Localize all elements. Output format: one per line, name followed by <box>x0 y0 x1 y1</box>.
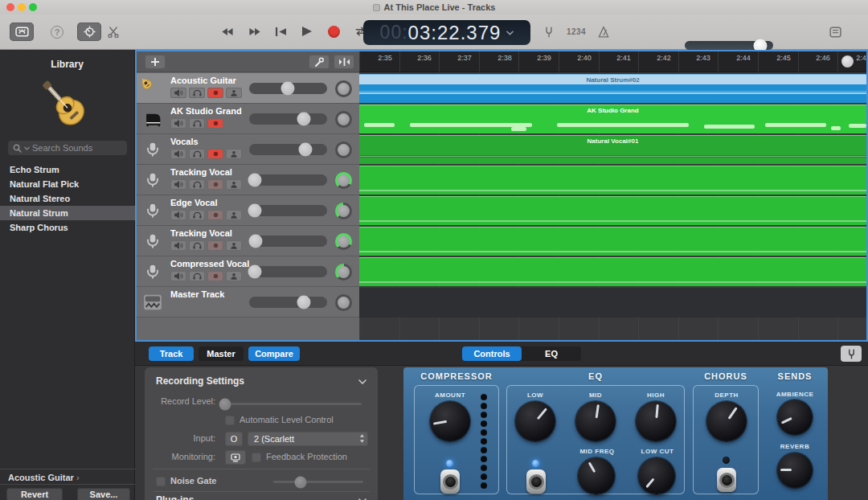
input-monitoring-button[interactable] <box>226 88 242 98</box>
search-sounds-field[interactable] <box>8 141 127 155</box>
plugins-header[interactable]: Plug-ins <box>145 494 378 500</box>
master-volume-slider[interactable] <box>685 41 773 50</box>
record-enable-button[interactable] <box>207 88 223 98</box>
monitoring-button[interactable] <box>225 450 246 465</box>
region-tracking-vocal-1[interactable] <box>359 166 866 195</box>
region-natural-strum[interactable]: Natural Strum#02 <box>359 74 866 103</box>
track-volume-slider[interactable] <box>249 236 327 247</box>
track-volume-thumb[interactable] <box>248 174 261 187</box>
library-item-natural-flat-pick[interactable]: Natural Flat Pick <box>0 177 135 191</box>
solo-button[interactable] <box>189 118 205 129</box>
input-monitoring-button[interactable] <box>226 149 242 159</box>
chevron-down-icon[interactable] <box>358 379 366 384</box>
track-volume-slider[interactable] <box>249 113 327 125</box>
mute-button[interactable] <box>170 179 186 190</box>
tab-compare[interactable]: Compare <box>248 346 300 361</box>
input-monitoring-button[interactable] <box>226 179 242 190</box>
chorus-power-toggle[interactable] <box>717 468 736 492</box>
noise-gate-thumb[interactable] <box>294 476 306 488</box>
sends-ambience-knob[interactable] <box>777 400 813 435</box>
compressor-power-toggle[interactable] <box>440 469 460 494</box>
library-item-natural-strum-selected[interactable]: Natural Strum <box>0 206 135 220</box>
record-enable-button[interactable] <box>207 179 223 190</box>
track-volume-thumb[interactable] <box>298 143 312 157</box>
fast-forward-button[interactable] <box>245 23 263 40</box>
track-options-button[interactable] <box>309 55 330 69</box>
patch-breadcrumb[interactable]: Acoustic Guitar › <box>8 473 80 482</box>
record-button[interactable] <box>325 23 342 40</box>
mute-button[interactable] <box>170 240 186 251</box>
noise-gate-checkbox[interactable] <box>156 477 166 486</box>
add-track-button[interactable] <box>145 55 166 69</box>
eq-mid-freq-knob[interactable] <box>578 457 615 494</box>
pan-knob[interactable] <box>335 141 352 158</box>
solo-button[interactable] <box>189 179 205 190</box>
metronome-button[interactable] <box>592 23 616 41</box>
track-volume-slider[interactable] <box>249 83 327 94</box>
eq-power-toggle[interactable] <box>526 469 546 494</box>
note-pads-button[interactable] <box>823 23 847 41</box>
track-name[interactable]: AK Studio Grand <box>170 106 242 116</box>
region-compressed-vocal[interactable] <box>359 257 866 286</box>
record-enable-button[interactable] <box>207 118 223 129</box>
input-format-button[interactable]: O <box>225 432 243 446</box>
track-row-master[interactable]: Master Track <box>137 287 359 318</box>
count-in-button[interactable]: 1234 <box>563 23 590 41</box>
track-name[interactable]: Acoustic Guitar <box>170 76 236 85</box>
solo-button[interactable] <box>189 149 205 159</box>
quick-help-button[interactable]: ? <box>45 23 69 41</box>
eq-low-knob[interactable] <box>515 401 555 441</box>
library-item-natural-stereo[interactable]: Natural Stereo <box>0 191 135 206</box>
record-enable-button[interactable] <box>207 271 223 281</box>
track-name[interactable]: Vocals <box>170 137 199 146</box>
track-volume-thumb[interactable] <box>248 265 261 279</box>
library-item-sharp-chorus[interactable]: Sharp Chorus <box>0 220 135 235</box>
input-monitoring-button[interactable] <box>226 240 242 251</box>
track-name[interactable]: Tracking Vocal <box>170 228 232 238</box>
solo-button[interactable] <box>189 271 205 281</box>
region-natural-vocal[interactable]: Natural Vocal#01 <box>359 135 866 164</box>
region-edge-vocal[interactable] <box>359 196 866 225</box>
region-tracking-vocal-2[interactable] <box>359 227 866 256</box>
tab-eq[interactable]: EQ <box>522 346 581 361</box>
mute-button[interactable] <box>170 149 186 159</box>
input-monitoring-button[interactable] <box>226 271 242 281</box>
pan-knob[interactable] <box>335 203 352 219</box>
pan-knob[interactable] <box>335 294 352 311</box>
search-input[interactable] <box>32 143 122 153</box>
track-volume-slider[interactable] <box>249 266 327 277</box>
track-name[interactable]: Tracking Vocal <box>170 167 232 177</box>
editors-button[interactable] <box>101 23 125 41</box>
playhead-handle[interactable] <box>841 55 854 68</box>
mute-button[interactable] <box>170 118 186 129</box>
track-name[interactable]: Edge Vocal <box>170 198 217 207</box>
timeline[interactable]: 2:35 2:36 2:37 2:38 2:39 2:40 2:41 2:42 … <box>359 51 866 340</box>
record-enable-button[interactable] <box>207 210 223 220</box>
search-scope-chevron-icon[interactable] <box>24 146 30 150</box>
mute-button[interactable] <box>170 271 186 281</box>
input-monitoring-button[interactable] <box>226 210 242 220</box>
track-volume-thumb[interactable] <box>280 82 294 96</box>
pan-knob[interactable] <box>335 111 352 128</box>
smart-controls-button[interactable] <box>77 23 101 41</box>
track-row-compressed-vocal[interactable]: Compressed Vocal <box>137 256 359 287</box>
save-button[interactable]: Save... <box>77 488 130 500</box>
eq-mid-knob[interactable] <box>575 401 616 441</box>
record-level-slider[interactable] <box>225 403 362 405</box>
track-volume-thumb[interactable] <box>248 204 261 218</box>
time-ruler[interactable]: 2:35 2:36 2:37 2:38 2:39 2:40 2:41 2:42 … <box>359 51 866 72</box>
revert-button[interactable]: Revert <box>6 488 63 500</box>
tuner-button[interactable] <box>537 23 561 41</box>
mute-button[interactable] <box>170 210 186 220</box>
catch-playhead-button[interactable] <box>334 55 354 69</box>
track-row-edge-vocal[interactable]: Edge Vocal <box>137 195 359 226</box>
pan-knob[interactable] <box>335 172 352 189</box>
record-enable-button[interactable] <box>207 149 223 159</box>
mute-button[interactable] <box>170 88 186 98</box>
track-volume-slider[interactable] <box>249 174 327 186</box>
tab-controls[interactable]: Controls <box>462 346 522 361</box>
rewind-button[interactable] <box>219 23 236 40</box>
library-item-echo-strum[interactable]: Echo Strum <box>0 162 135 177</box>
track-row-tracking-vocal-2[interactable]: Tracking Vocal <box>137 226 359 256</box>
solo-button[interactable] <box>189 240 205 251</box>
